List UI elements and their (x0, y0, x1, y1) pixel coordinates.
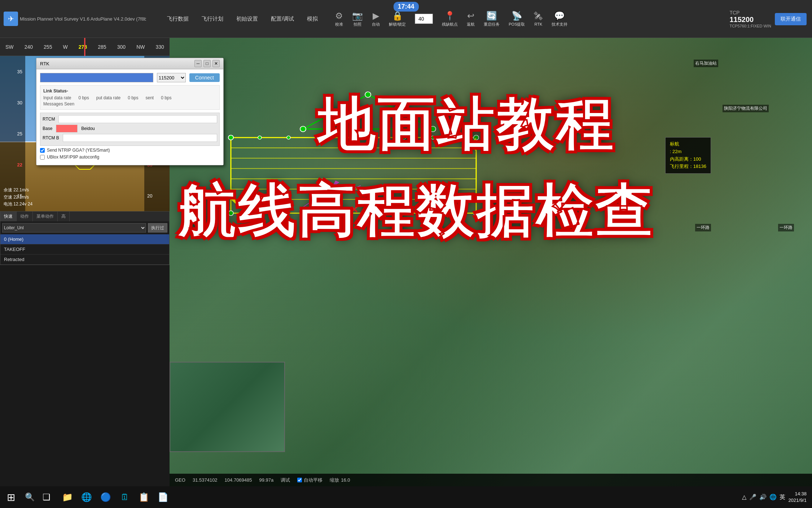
popup-altitude: : 22m (670, 148, 706, 156)
support-label: 技术支持 (552, 22, 567, 27)
put-rate-value: 0 bps (128, 95, 138, 100)
taskbar-icon-app2[interactable]: 📋 (135, 489, 153, 506)
rtcm-row-2: Base Beidou (43, 125, 217, 133)
rtcm-b-input[interactable] (63, 134, 217, 142)
start-button[interactable]: ⊞ (0, 486, 22, 508)
execute-btn[interactable]: 执行过 (148, 223, 167, 233)
ublox-checkbox[interactable] (40, 155, 45, 160)
input-rate-value: 0 bps (78, 95, 89, 100)
dialog-minimize[interactable]: ─ (194, 60, 202, 67)
tcp-detail: TCP5760:1:FIXED WIN (729, 24, 771, 28)
waypoint-icon: 📍 (444, 11, 455, 21)
tab-menu[interactable]: 菜单动作 (33, 212, 58, 221)
clock-date: 2021/9/1 (788, 497, 807, 504)
speed-readings: 余速 22.1m/s 空速 22.1m/s 电池 12.24v 24 (4, 187, 32, 208)
connect-button[interactable]: 联开通信 (775, 13, 807, 25)
restart-btn[interactable]: 🔄 重启任务 (484, 11, 500, 27)
waypoint-btn[interactable]: 📍 残缺航点 (442, 11, 458, 27)
taskbar-icon-app3[interactable]: 📄 (154, 489, 172, 506)
taskbar-icon-app1[interactable]: 🗓 (116, 489, 133, 506)
restart-label: 重启任务 (484, 22, 500, 27)
nav-config[interactable]: 配置/调试 (268, 14, 297, 24)
mission-item-home[interactable]: 0 (Home) (0, 234, 169, 244)
tab-high[interactable]: 高 (58, 212, 70, 221)
toolbar-icons: ⚙ 校准 📷 拍照 ▶ 自动 🔒 解锁/锁定 📍 残缺航点 ↩ (328, 11, 575, 27)
heading-current: 278 (79, 44, 87, 50)
dialog-connect-btn[interactable]: Connect (189, 73, 220, 82)
return-icon: ↩ (467, 11, 474, 21)
heading-240: 240 (25, 44, 33, 50)
action-select[interactable]: Loiter_Unl (2, 223, 146, 233)
baud-select[interactable]: 115200 (157, 73, 186, 82)
coord-lat: 31.5374102 (193, 477, 218, 483)
tray-arrow-icon[interactable]: △ (742, 494, 746, 501)
toolbar-left: ✈ Mission Planner Vtol Survey V1.6 ArduP… (0, 12, 150, 26)
system-clock[interactable]: 14:38 2021/9/1 (788, 491, 807, 504)
nav-sim[interactable]: 模拟 (304, 14, 321, 24)
toolbar-nav: 飞行数据 飞行计划 初始设置 配置/调试 模拟 (157, 14, 328, 24)
rtcm-row-1: RTCM (43, 115, 217, 123)
taskbar-icon-explorer[interactable]: 📁 (59, 489, 76, 506)
unlock-label: 解锁/锁定 (389, 22, 406, 27)
sent-value: 0 bps (161, 95, 171, 100)
mic-icon[interactable]: 🎤 (749, 494, 756, 501)
heading-300: 300 (117, 44, 126, 50)
taskbar-icon-chrome[interactable]: 🔵 (97, 489, 114, 506)
road-label-2: 一环路 (695, 224, 711, 231)
return-btn[interactable]: ↩ 返航 (467, 11, 475, 27)
dialog-title: RTK (40, 61, 49, 66)
execute-row: Loiter_Unl 执行过 (0, 221, 169, 234)
search-button[interactable]: 🔍 (22, 489, 38, 505)
pos-icon: 📡 (512, 11, 522, 21)
network-icon[interactable]: 🌐 (769, 494, 777, 501)
mission-item-takeoff[interactable]: TAKEOFF (0, 244, 169, 255)
coord-bar: GEO 31.5374102 104.7069485 99.97a 调试 自动平… (170, 474, 812, 486)
auto-label: 自动 (372, 22, 380, 27)
building-label: 陕阳济宁物流有限公司 (723, 105, 769, 112)
tab-action[interactable]: 动作 (17, 212, 33, 221)
pos-btn[interactable]: 📡 POS提取 (509, 11, 525, 27)
tab-quick[interactable]: 快速 (0, 212, 17, 221)
unlock-btn[interactable]: 🔒 解锁/锁定 (389, 11, 406, 27)
auto-level-item[interactable]: 自动平移 (297, 477, 322, 483)
rtk-btn[interactable]: 🛰 RTK (534, 11, 543, 26)
rtcm-input[interactable] (58, 115, 217, 123)
mission-list: 快速 动作 菜单动作 高 Loiter_Unl 执行过 0 (Home) TAK… (0, 211, 170, 265)
nav-flight-data[interactable]: 飞行数据 (164, 14, 192, 24)
nav-init[interactable]: 初始设置 (233, 14, 261, 24)
dialog-maximize[interactable]: □ (203, 60, 211, 67)
pos-label: POS提取 (509, 22, 525, 27)
clock-time: 14:38 (788, 491, 807, 497)
mission-item-retracted[interactable]: Retracted (0, 255, 169, 265)
number-input[interactable] (415, 14, 433, 24)
port-row: 115200 Connect (40, 73, 220, 82)
heading-285: 285 (98, 44, 106, 50)
mini-map[interactable] (170, 362, 285, 452)
taskbar-icons: 📁 🌐 🔵 🗓 📋 📄 (55, 489, 175, 506)
calibrate-btn[interactable]: ⚙ 校准 (335, 11, 343, 27)
rtcm-b-label: RTCM B (43, 135, 59, 140)
input-rate-label: Input data rate (43, 95, 71, 100)
ntrip-checkbox-row: Send NTRIP GGA? (YES/Smart) (40, 148, 220, 153)
port-input[interactable] (40, 73, 153, 82)
heading-330: 330 (156, 44, 164, 50)
support-icon: 💬 (554, 11, 565, 21)
nav-flight-plan[interactable]: 飞行计划 (199, 14, 226, 24)
gas-station-label: 右马加油站 (694, 60, 718, 67)
ntrip-checkbox[interactable] (40, 148, 45, 153)
auto-level-checkbox[interactable] (297, 478, 302, 482)
auto-btn[interactable]: ▶ 自动 (372, 11, 380, 27)
rtcm-label: RTCM (43, 117, 55, 122)
support-btn[interactable]: 💬 技术支持 (552, 11, 567, 27)
coord-prefix: GEO (175, 477, 185, 483)
photo-btn[interactable]: 📷 拍照 (352, 11, 363, 27)
taskbar-icon-edge[interactable]: 🌐 (78, 489, 95, 506)
lon-value: 104.7069485 (225, 477, 252, 483)
dialog-close[interactable]: ✕ (212, 60, 220, 67)
lang-icon[interactable]: 英 (780, 494, 785, 501)
coord-alt: 99.97a (259, 477, 274, 483)
compass-bar: SW 240 255 W 278 285 300 NW 330 (0, 38, 170, 56)
volume-icon[interactable]: 🔊 (759, 494, 767, 501)
base-input[interactable] (56, 125, 78, 133)
task-view-btn[interactable]: ❑ (38, 489, 55, 506)
